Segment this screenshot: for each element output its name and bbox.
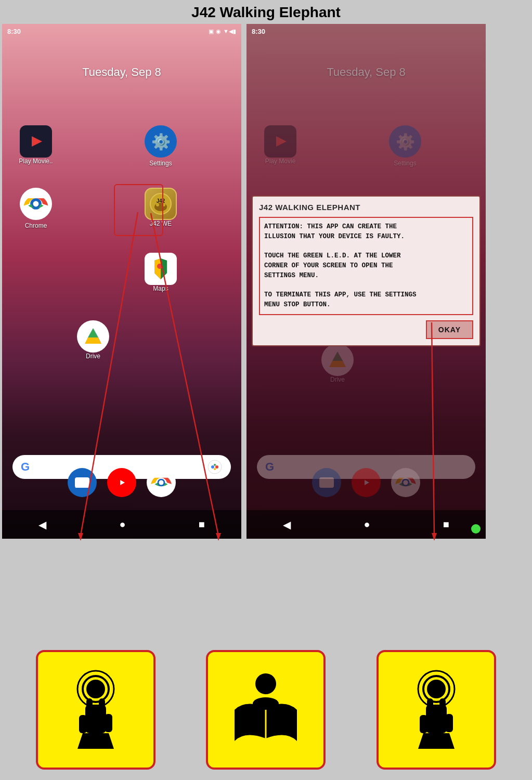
svg-point-42 [90, 684, 101, 694]
right-recents-button[interactable]: ■ [443, 518, 449, 530]
svg-rect-60 [445, 714, 453, 732]
app-play-movies[interactable]: Play Movie.. [12, 125, 59, 165]
svg-point-14 [157, 264, 162, 269]
settings-label: Settings [149, 160, 172, 167]
svg-rect-47 [105, 714, 112, 732]
signal-icon: ▼◀▮ [223, 28, 236, 35]
dialog-body: Attention: This app can create theillusi… [259, 217, 473, 315]
dialog-footer: Okay [259, 320, 473, 339]
right-status-bar: 8:30 [246, 24, 486, 38]
settings-icon: ⚙️ [145, 125, 177, 158]
left-phone: 8:30 ▣ ◉ ▼◀▮ Tuesday, Sep 8 Play Movie.. [2, 24, 241, 539]
svg-rect-61 [427, 698, 433, 711]
right-status-time: 8:30 [252, 28, 265, 35]
dialog-title: J42 Walking Elephant [259, 203, 473, 212]
tap-icon-left [36, 650, 155, 770]
dock-chrome[interactable] [147, 468, 176, 497]
app-row-4: Drive [70, 320, 116, 360]
svg-marker-0 [32, 136, 42, 147]
svg-rect-46 [79, 715, 87, 733]
app-drive[interactable]: Drive [70, 320, 116, 360]
maps-icon [145, 253, 177, 285]
right-nav-bar: ◀ ● ■ [246, 510, 486, 539]
app-chrome[interactable]: Chrome [12, 188, 59, 229]
recents-button[interactable]: ■ [199, 518, 205, 530]
dialog-text-line1: Attention: This app can create theillusi… [264, 223, 405, 240]
svg-rect-48 [86, 698, 93, 711]
tap-icon-right [377, 650, 496, 770]
right-home-button[interactable]: ● [364, 518, 370, 530]
svg-rect-59 [420, 715, 427, 733]
maps-label: Maps [153, 285, 168, 292]
svg-rect-62 [439, 698, 446, 711]
chrome-icon [20, 188, 52, 220]
home-button[interactable]: ● [119, 518, 125, 530]
back-button[interactable]: ◀ [38, 518, 46, 531]
svg-point-53 [253, 697, 279, 710]
app-maps[interactable]: Maps [137, 253, 184, 292]
svg-marker-50 [77, 733, 114, 749]
wifi-icon: ◉ [216, 28, 221, 35]
svg-point-31 [159, 480, 163, 485]
play-movies-label: Play Movie.. [19, 158, 53, 165]
svg-marker-17 [88, 328, 98, 337]
app-row-1: Play Movie.. ⚙️ Settings [12, 125, 184, 167]
green-led-dot[interactable] [471, 524, 481, 534]
svg-rect-49 [99, 698, 105, 711]
dock [2, 468, 241, 497]
read-icon-center [206, 650, 326, 770]
messages-icon [68, 468, 97, 497]
svg-marker-18 [85, 337, 101, 344]
dialog-text-line2: Touch the green L.E.D. at the lowercorne… [264, 252, 401, 279]
tap-hand-right-svg [395, 668, 478, 751]
tap-hand-left-svg [54, 668, 137, 751]
app-settings[interactable]: ⚙️ Settings [137, 125, 184, 167]
svg-point-4 [33, 201, 39, 207]
phones-container: 8:30 ▣ ◉ ▼◀▮ Tuesday, Sep 8 Play Movie.. [0, 24, 532, 539]
play-movies-icon [20, 125, 52, 158]
svg-marker-63 [418, 733, 455, 749]
svg-point-51 [255, 673, 276, 694]
dock-messages[interactable] [68, 468, 97, 497]
bottom-action-boxes [0, 541, 532, 780]
okay-button[interactable]: Okay [426, 320, 473, 339]
dialog-text-line3: To terminate this app, use the settingsm… [264, 291, 417, 308]
notification-icon: ▣ [209, 28, 214, 35]
chrome-dock-icon [147, 468, 176, 497]
dialog-box: J42 Walking Elephant Attention: This app… [252, 196, 481, 346]
status-time: 8:30 [7, 28, 21, 35]
j42-highlight-box [114, 184, 163, 236]
page-title: J42 Walking Elephant [0, 0, 532, 24]
svg-point-55 [431, 684, 442, 694]
dock-youtube[interactable] [107, 468, 136, 497]
svg-rect-25 [75, 477, 89, 488]
read-book-svg [224, 668, 307, 751]
status-icons: ▣ ◉ ▼◀▮ [209, 28, 236, 35]
date-widget: Tuesday, Sep 8 [2, 66, 241, 79]
drive-icon [77, 320, 109, 353]
chrome-label: Chrome [25, 222, 47, 229]
drive-label: Drive [86, 353, 100, 360]
right-back-button[interactable]: ◀ [283, 518, 291, 531]
youtube-icon [107, 468, 136, 497]
nav-bar: ◀ ● ■ [2, 510, 241, 539]
status-bar: 8:30 ▣ ◉ ▼◀▮ [2, 24, 241, 38]
svg-point-23 [214, 464, 216, 466]
app-row-3: Maps [137, 253, 184, 292]
right-phone: 8:30 Tuesday, Sep 8 Play Movie ⚙️ Settin… [246, 24, 486, 539]
